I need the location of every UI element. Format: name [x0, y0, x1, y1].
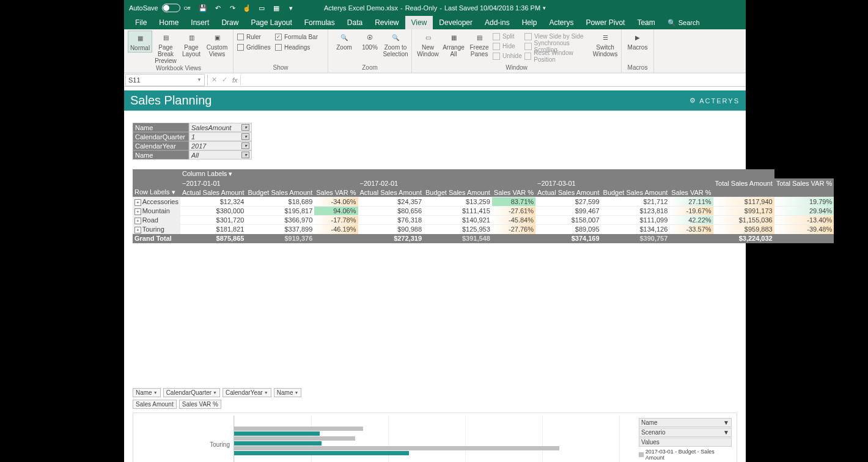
table-row: +Accessories $12,324$18,689-34.06% $24,3… — [133, 197, 834, 207]
tab-review[interactable]: Review — [369, 16, 405, 29]
group-window: ▭New Window ▦Arrange All ▤Freeze Panes S… — [412, 29, 622, 73]
page-layout-button[interactable]: ▥Page Layout — [179, 31, 204, 58]
tab-addins[interactable]: Add-ins — [479, 16, 516, 29]
tab-powerpivot[interactable]: Power Pivot — [579, 16, 631, 29]
group-show: Ruler Gridlines ✓Formula Bar Headings Sh… — [234, 29, 328, 73]
tab-team[interactable]: Team — [631, 16, 661, 29]
expand-icon[interactable]: + — [134, 208, 141, 215]
cancel-icon[interactable]: ✕ — [211, 76, 217, 84]
chart-plot-area — [234, 416, 636, 462]
custom-views-button[interactable]: ▣Custom Views — [205, 31, 229, 58]
legend-item[interactable]: 2017-03-01 - Budget - Sales Amount — [639, 449, 732, 461]
switch-windows-button[interactable]: ☰Switch Windows — [593, 31, 617, 58]
split-button[interactable]: Split — [493, 32, 523, 41]
title-bar: AutoSave Off 💾 ↶ ↷ ☝ ▭ ▦ ▾ Acterys Excel… — [124, 0, 746, 16]
document-title: Acterys Excel Demo.xlsx- Read-Only- Last… — [324, 4, 546, 12]
zoom-selection-button[interactable]: 🔍Zoom to Selection — [383, 31, 408, 58]
freeze-panes-button[interactable]: ▤Freeze Panes — [467, 31, 491, 58]
filter-year[interactable]: 2017▾ — [189, 141, 252, 150]
tab-page-layout[interactable]: Page Layout — [245, 16, 298, 29]
macros-button[interactable]: ▶Macros — [625, 31, 650, 51]
legend-header-values[interactable]: Values — [639, 438, 732, 447]
page-title: Sales Planning — [130, 94, 211, 108]
ruler-checkbox[interactable]: Ruler — [237, 32, 274, 42]
enter-icon[interactable]: ✓ — [222, 76, 227, 84]
filter-icon[interactable]: ▾ — [241, 124, 249, 131]
chart-filter-name2[interactable]: Name▼ — [274, 388, 302, 397]
reset-position-button[interactable]: Reset Window Position — [524, 51, 592, 61]
tab-developer[interactable]: Developer — [433, 16, 479, 29]
autosave-toggle[interactable]: AutoSave Off — [129, 4, 190, 12]
table-row: +Road $301,720$366,970-17.78% $76,318$14… — [133, 216, 834, 225]
tab-home[interactable]: Home — [153, 16, 185, 29]
tab-help[interactable]: Help — [516, 16, 543, 29]
group-workbook-views: ▦Normal ▤Page Break Preview ▥Page Layout… — [124, 29, 234, 73]
new-icon[interactable]: ▭ — [257, 4, 266, 12]
filter-icon[interactable]: ▾ — [229, 170, 232, 178]
filter-icon[interactable]: ▾ — [241, 152, 249, 158]
autosave-pill[interactable] — [162, 4, 180, 12]
autosave-label: AutoSave — [129, 4, 158, 12]
group-macros: ▶Macros Macros — [622, 29, 654, 73]
filter-name2[interactable]: All▾ — [189, 150, 252, 160]
tab-file[interactable]: File — [129, 16, 153, 29]
search-icon: 🔍 — [668, 19, 676, 27]
legend-header-scenario[interactable]: Scenario▼ — [639, 428, 732, 437]
undo-icon[interactable]: ↶ — [213, 4, 222, 12]
chart-filter-name[interactable]: Name▼ — [133, 388, 161, 397]
new-window-button[interactable]: ▭New Window — [416, 31, 440, 58]
gridlines-checkbox[interactable]: Gridlines — [237, 42, 274, 52]
formula-input[interactable] — [240, 75, 746, 86]
save-icon[interactable]: 💾 — [199, 4, 207, 12]
quick-access-toolbar: 💾 ↶ ↷ ☝ ▭ ▦ ▾ — [199, 4, 295, 12]
expand-icon[interactable]: + — [134, 218, 141, 224]
autosave-state: Off — [184, 6, 191, 11]
chart-value-salesvar[interactable]: Sales VAR % — [179, 400, 221, 409]
zoom-button[interactable]: 🔍Zoom — [332, 31, 356, 51]
zoom-100-button[interactable]: ⦿100% — [358, 31, 382, 51]
formula-bar: S11▼ ✕ ✓ fx — [124, 73, 746, 87]
tab-acterys[interactable]: Acterys — [543, 16, 579, 29]
chart-filter-year[interactable]: CalendarYear▼ — [223, 388, 271, 397]
grand-total-row: Grand Total $875,865$919,376 $272,319$39… — [133, 234, 834, 243]
legend-header-name[interactable]: Name▼ — [639, 418, 732, 427]
page-break-preview-button[interactable]: ▤Page Break Preview — [153, 31, 178, 65]
table-row: +Mountain $380,000$195,81794.06% $80,656… — [133, 207, 834, 216]
ribbon: ▦Normal ▤Page Break Preview ▥Page Layout… — [124, 29, 746, 73]
formula-bar-checkbox[interactable]: ✓Formula Bar — [275, 32, 324, 42]
form-icon[interactable]: ▦ — [272, 4, 281, 12]
title-dropdown-icon[interactable]: ▾ — [543, 5, 546, 11]
normal-view-button[interactable]: ▦Normal — [128, 31, 152, 53]
hide-button[interactable]: Hide — [493, 42, 523, 51]
touch-icon[interactable]: ☝ — [243, 4, 251, 12]
pivot-chart[interactable]: Name▼ CalendarQuarter▼ CalendarYear▼ Nam… — [133, 388, 737, 462]
filter-name[interactable]: SalesAmount▾ — [189, 123, 252, 132]
tab-data[interactable]: Data — [341, 16, 369, 29]
filter-icon[interactable]: ▾ — [241, 142, 249, 149]
filter-quarter[interactable]: 1▾ — [189, 132, 252, 141]
ribbon-tabs: File Home Insert Draw Page Layout Formul… — [124, 16, 746, 29]
filter-icon[interactable]: ▾ — [241, 133, 249, 140]
page-title-banner: Sales Planning ⚙ACTERYS — [124, 90, 746, 111]
filter-icon[interactable]: ▾ — [172, 188, 175, 196]
chart-filter-quarter[interactable]: CalendarQuarter▼ — [163, 388, 220, 397]
redo-icon[interactable]: ↷ — [228, 4, 237, 12]
chart-value-salesamount[interactable]: Sales Amount — [133, 400, 177, 409]
expand-icon[interactable]: + — [134, 199, 141, 206]
tab-insert[interactable]: Insert — [185, 16, 215, 29]
group-zoom: 🔍Zoom ⦿100% 🔍Zoom to Selection Zoom — [328, 29, 412, 73]
tab-draw[interactable]: Draw — [215, 16, 245, 29]
pivot-table[interactable]: Column Labels ▾ −2017-01-01 −2017-02-01 … — [133, 169, 746, 243]
tab-view[interactable]: View — [405, 16, 433, 29]
fx-icon[interactable]: fx — [230, 76, 240, 84]
headings-checkbox[interactable]: Headings — [275, 42, 324, 52]
qat-more-icon[interactable]: ▾ — [287, 4, 295, 12]
tell-me-search[interactable]: 🔍 Search — [661, 16, 706, 29]
chevron-down-icon[interactable]: ▼ — [197, 77, 202, 82]
name-box[interactable]: S11▼ — [125, 74, 205, 86]
expand-icon[interactable]: + — [134, 227, 141, 233]
tab-formulas[interactable]: Formulas — [298, 16, 341, 29]
arrange-all-button[interactable]: ▦Arrange All — [441, 31, 466, 58]
unhide-button[interactable]: Unhide — [493, 51, 523, 61]
table-row: +Touring $181,821$337,899-46.19% $90,988… — [133, 225, 834, 234]
